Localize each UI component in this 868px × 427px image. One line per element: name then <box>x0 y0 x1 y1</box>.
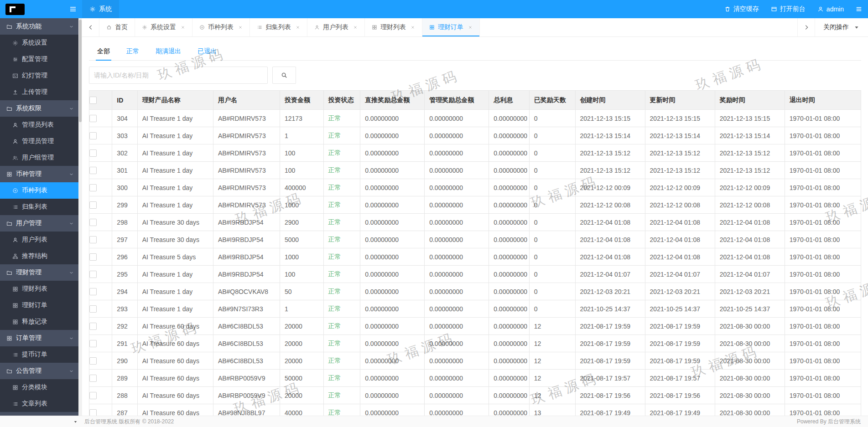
sidebar-item[interactable]: 推荐结构 <box>0 248 78 264</box>
data-cell: AI Treasure 1 day <box>137 196 213 214</box>
sidebar-group[interactable]: 公告管理 <box>0 363 78 379</box>
row-checkbox[interactable] <box>89 392 97 399</box>
row-checkbox[interactable] <box>89 323 97 330</box>
close-icon[interactable] <box>181 25 185 30</box>
filter-tab[interactable]: 正常 <box>118 42 147 60</box>
filter-tab[interactable]: 期满退出 <box>147 42 189 60</box>
data-cell: AI Treasure 60 days <box>137 404 213 416</box>
close-actions-label: 关闭操作 <box>823 23 849 31</box>
footer-collapse-icon[interactable] <box>73 419 78 424</box>
page-tab[interactable]: 理财列表 <box>365 18 422 36</box>
row-checkbox[interactable] <box>89 253 97 261</box>
close-icon[interactable] <box>238 25 243 30</box>
data-cell: AI Treasure 60 days <box>137 335 213 352</box>
row-checkbox[interactable] <box>89 357 97 365</box>
row-checkbox[interactable] <box>89 305 97 313</box>
select-all-checkbox[interactable] <box>89 97 97 104</box>
data-cell: 300 <box>112 179 137 196</box>
sidebar-item[interactable]: 理财订单 <box>0 297 78 314</box>
data-cell: 1970-01-01 08:00 <box>785 162 861 179</box>
data-cell: 294 <box>112 283 137 300</box>
data-cell: 287 <box>112 404 137 416</box>
page-tab[interactable]: 理财订单 <box>422 18 480 36</box>
sidebar-item[interactable]: 管理员列表 <box>0 117 78 133</box>
row-checkbox[interactable] <box>89 409 97 416</box>
row-checkbox[interactable] <box>89 167 97 174</box>
clear-cache-button[interactable]: 清空缓存 <box>718 0 765 18</box>
row-checkbox[interactable] <box>89 288 97 295</box>
user-menu[interactable]: admin <box>811 0 850 18</box>
data-cell: 0.00000000 <box>425 318 489 335</box>
sidebar-group[interactable]: 系统权限 <box>0 100 78 117</box>
page-tab-label: 币种列表 <box>208 23 234 31</box>
sidebar-item[interactable]: 分类模块 <box>0 379 78 396</box>
data-cell: 2021-08-30 00:00 <box>715 387 785 404</box>
sidebar-group[interactable]: 用户管理 <box>0 215 78 232</box>
sidebar-item[interactable]: 释放记录 <box>0 314 78 330</box>
sidebar-scrollbar[interactable] <box>78 18 82 416</box>
sidebar-scrollbar-thumb[interactable] <box>79 20 82 122</box>
sidebar-item[interactable]: 管理员管理 <box>0 133 78 149</box>
filter-tab[interactable]: 已退出 <box>189 42 225 60</box>
data-cell: 2021-12-04 01:07 <box>575 266 645 283</box>
row-checkbox[interactable] <box>89 132 97 139</box>
sidebar-item[interactable]: 用户组管理 <box>0 149 78 166</box>
tabs-scroll-left-icon[interactable] <box>82 18 99 36</box>
checkbox-cell <box>89 352 112 370</box>
menu-toggle-icon[interactable] <box>69 5 77 13</box>
close-icon[interactable] <box>411 25 415 30</box>
open-front-button[interactable]: 打开前台 <box>765 0 811 18</box>
row-checkbox[interactable] <box>89 115 97 122</box>
sidebar-group[interactable]: 订单管理 <box>0 330 78 346</box>
data-cell: 2021-08-17 19:59 <box>645 318 715 335</box>
row-checkbox[interactable] <box>89 340 97 347</box>
row-checkbox[interactable] <box>89 219 97 226</box>
close-actions-dropdown[interactable]: 关闭操作 <box>815 18 868 36</box>
sidebar-item[interactable]: 系统设置 <box>0 35 78 51</box>
search-button[interactable] <box>272 67 296 84</box>
column-header: 理财产品名称 <box>137 91 213 110</box>
sidebar-item-label: 系统设置 <box>22 39 47 47</box>
status-cell: 正常 <box>323 231 360 248</box>
sidebar-item[interactable]: 提币订单 <box>0 346 78 363</box>
sidebar-group[interactable]: 币种管理 <box>0 166 78 182</box>
sidebar-group[interactable]: 理财管理 <box>0 264 78 281</box>
search-input[interactable] <box>89 67 268 84</box>
sidebar-item[interactable]: 配置管理 <box>0 51 78 67</box>
sidebar-item[interactable]: 上传管理 <box>0 84 78 100</box>
sidebar-group[interactable]: 系统功能 <box>0 18 78 35</box>
row-checkbox[interactable] <box>89 271 97 278</box>
filter-tab[interactable]: 全部 <box>89 42 118 60</box>
table-row: 304AI Treasure 1 dayAB#RDMIRV57312173正常0… <box>89 110 861 127</box>
sidebar-item[interactable]: 幻灯管理 <box>0 67 78 84</box>
close-icon[interactable] <box>468 25 473 30</box>
row-checkbox[interactable] <box>89 375 97 382</box>
sidebar-item[interactable]: 理财列表 <box>0 281 78 297</box>
topbar-more-button[interactable] <box>850 0 868 18</box>
page-tab[interactable]: 用户列表 <box>307 18 365 36</box>
row-checkbox[interactable] <box>89 184 97 191</box>
sidebar-group[interactable]: 客服服务 <box>0 412 78 416</box>
sidebar-item[interactable]: 币种列表 <box>0 182 78 199</box>
page-tabs: 首页系统设置币种列表归集列表用户列表理财列表理财订单 <box>99 18 797 36</box>
page-tab[interactable]: 归集列表 <box>250 18 307 36</box>
data-cell: 0.00000000 <box>425 110 489 127</box>
row-checkbox[interactable] <box>89 149 97 157</box>
system-menu[interactable]: 系统 <box>82 0 119 18</box>
tabs-scroll-right-icon[interactable] <box>797 18 815 36</box>
data-cell: 0.00000000 <box>360 370 425 387</box>
close-icon[interactable] <box>296 25 300 30</box>
page-tab[interactable]: 币种列表 <box>192 18 250 36</box>
sidebar-item[interactable]: 文章列表 <box>0 396 78 412</box>
row-checkbox[interactable] <box>89 201 97 209</box>
logo[interactable] <box>5 4 25 15</box>
page-tab[interactable]: 系统设置 <box>135 18 192 36</box>
sidebar-item[interactable]: 归集列表 <box>0 199 78 215</box>
close-icon[interactable] <box>353 25 358 30</box>
sidebar-item[interactable]: 用户列表 <box>0 232 78 248</box>
row-checkbox[interactable] <box>89 236 97 243</box>
data-cell: 295 <box>112 266 137 283</box>
page-tab[interactable]: 首页 <box>99 18 135 36</box>
column-header: 总利息 <box>489 91 530 110</box>
data-cell: 2021-08-17 19:59 <box>575 335 645 352</box>
